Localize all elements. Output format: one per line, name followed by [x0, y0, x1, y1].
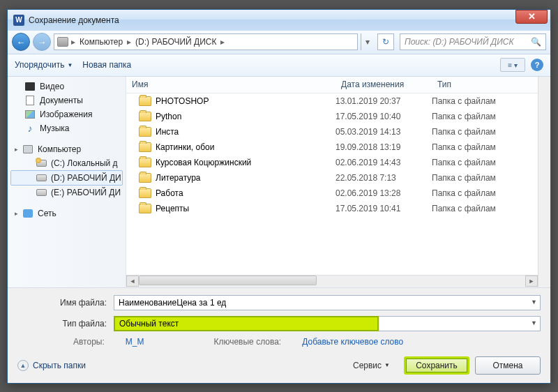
filename-row: Имя файла: НаименованиеЦена за 1 ед ▼ — [17, 295, 541, 310]
search-icon: 🔍 — [531, 37, 541, 47]
forward-button[interactable]: → — [33, 33, 51, 51]
sidebar-item-drive-e[interactable]: (E:) РАБОЧИЙ ДИ — [8, 186, 126, 199]
sidebar-item-music[interactable]: ♪Музыка — [8, 121, 126, 135]
filename-input[interactable]: НаименованиеЦена за 1 ед ▼ — [114, 295, 541, 310]
metadata-row: Авторы: M_M Ключевые слова: Добавьте клю… — [17, 337, 541, 347]
hide-folders-button[interactable]: ▲ Скрыть папки — [17, 360, 86, 371]
help-button[interactable]: ? — [531, 59, 543, 71]
sidebar-item-video[interactable]: Видео — [8, 80, 126, 93]
table-row[interactable]: Рецепты17.05.2019 10:41Папка с файлам — [126, 201, 538, 216]
breadcrumb-computer[interactable]: Компьютер — [78, 37, 124, 47]
sidebar-item-documents[interactable]: Документы — [8, 93, 126, 107]
filetype-label: Тип файла: — [17, 319, 114, 329]
scroll-left-button[interactable]: ◄ — [126, 276, 139, 287]
save-dialog-window: W Сохранение документа ✕ ← → ▸ Компьютер… — [7, 9, 551, 384]
drive-icon — [36, 160, 47, 167]
refresh-button[interactable]: ↻ — [377, 33, 394, 50]
video-icon — [25, 82, 35, 91]
authors-label: Авторы: — [73, 337, 105, 347]
cancel-button[interactable]: Отмена — [475, 356, 541, 375]
body: Видео Документы Изображения ♪Музыка ▸Ком… — [8, 77, 550, 287]
chevron-down-icon[interactable]: ▼ — [531, 319, 537, 326]
file-name: Рецепты — [156, 204, 189, 213]
table-row[interactable]: Python17.05.2019 10:40Папка с файлам — [126, 109, 538, 124]
file-name: Работа — [156, 188, 183, 198]
titlebar[interactable]: W Сохранение документа ✕ — [8, 10, 550, 31]
filetype-select-extension[interactable]: ▼ — [379, 316, 541, 331]
file-date: 22.05.2018 7:13 — [335, 173, 432, 183]
chevron-right-icon: ▸ — [220, 37, 225, 47]
table-row[interactable]: Картинки, обои19.09.2018 13:19Папка с фа… — [126, 140, 538, 155]
chevron-right-icon: ▸ — [15, 210, 18, 217]
breadcrumb-drive[interactable]: (D:) РАБОЧИЙ ДИСК — [134, 37, 218, 47]
chevron-down-icon[interactable]: ▼ — [531, 299, 537, 306]
tags-value[interactable]: Добавьте ключевое слово — [302, 337, 403, 347]
document-icon — [26, 96, 34, 105]
file-list[interactable]: PHOTOSHOP13.01.2019 20:37Папка с файламP… — [126, 93, 538, 275]
folder-icon — [139, 96, 151, 106]
vertical-scrollbar[interactable] — [538, 77, 550, 287]
save-button[interactable]: Сохранить — [404, 356, 469, 375]
search-placeholder: Поиск: (D:) РАБОЧИЙ ДИСК — [405, 37, 514, 47]
close-button[interactable]: ✕ — [515, 10, 548, 24]
file-type: Папка с файлам — [432, 188, 528, 198]
image-icon — [25, 110, 35, 119]
sidebar-item-images[interactable]: Изображения — [8, 107, 126, 121]
back-button[interactable]: ← — [12, 33, 30, 51]
file-type: Папка с файлам — [432, 158, 528, 167]
file-name: Курсовая Коцюржинский — [156, 158, 251, 167]
horizontal-scrollbar[interactable]: ◄ ► — [126, 275, 538, 287]
chevron-right-icon: ▸ — [15, 146, 18, 153]
sidebar-item-computer[interactable]: ▸Компьютер — [8, 142, 126, 156]
chevron-up-icon: ▲ — [17, 360, 29, 371]
breadcrumb[interactable]: ▸ Компьютер ▸ (D:) РАБОЧИЙ ДИСК ▸ — [54, 33, 358, 50]
sidebar-item-drive-d[interactable]: (D:) РАБОЧИЙ ДИ — [10, 170, 123, 186]
file-name: Литература — [156, 173, 201, 183]
filetype-select[interactable]: Обычный текст — [114, 316, 379, 331]
scroll-track[interactable] — [139, 276, 525, 287]
folder-icon — [139, 204, 151, 213]
folder-icon — [139, 158, 151, 167]
sidebar-item-network[interactable]: ▸Сеть — [8, 206, 126, 220]
table-row[interactable]: PHOTOSHOP13.01.2019 20:37Папка с файлам — [126, 93, 538, 109]
table-row[interactable]: Курсовая Коцюржинский02.06.2019 14:43Пап… — [126, 155, 538, 170]
file-date: 17.05.2019 10:40 — [335, 112, 432, 121]
folder-icon — [139, 188, 151, 198]
file-date: 19.09.2018 13:19 — [335, 142, 432, 152]
column-name[interactable]: Имя — [126, 80, 335, 89]
tags-label: Ключевые слова: — [213, 337, 281, 347]
folder-icon — [139, 142, 151, 152]
chevron-down-icon: ▼ — [67, 62, 73, 68]
column-type[interactable]: Тип — [432, 80, 528, 89]
scroll-right-button[interactable]: ► — [525, 276, 538, 287]
authors-value[interactable]: M_M — [126, 337, 144, 347]
window-title: Сохранение документа — [29, 15, 119, 25]
drive-icon — [36, 174, 47, 181]
network-icon — [23, 209, 33, 218]
actions-row: ▲ Скрыть папки Сервис ▼ Сохранить Отмена — [17, 356, 541, 375]
file-name: Инста — [156, 127, 179, 137]
scroll-thumb[interactable] — [139, 276, 317, 285]
table-row[interactable]: Работа02.06.2019 13:28Папка с файлам — [126, 186, 538, 201]
table-row[interactable]: Литература22.05.2018 7:13Папка с файлам — [126, 170, 538, 186]
computer-icon — [57, 37, 68, 47]
file-name: Картинки, обои — [156, 142, 214, 152]
toolbar: Упорядочить ▼ Новая папка ≡ ▾ ? — [8, 54, 550, 77]
file-date: 02.06.2019 14:43 — [335, 158, 432, 167]
sidebar-item-drive-c[interactable]: (C:) Локальный д — [8, 156, 126, 170]
table-row[interactable]: Инста05.03.2019 14:13Папка с файлам — [126, 124, 538, 140]
navbar: ← → ▸ Компьютер ▸ (D:) РАБОЧИЙ ДИСК ▸ ▾ … — [8, 31, 550, 54]
chevron-down-icon: ▼ — [384, 362, 390, 368]
sidebar: Видео Документы Изображения ♪Музыка ▸Ком… — [8, 77, 126, 287]
file-date: 17.05.2019 10:41 — [335, 204, 432, 213]
filename-label: Имя файла: — [17, 298, 114, 308]
search-input[interactable]: Поиск: (D:) РАБОЧИЙ ДИСК 🔍 — [400, 33, 546, 50]
service-button[interactable]: Сервис ▼ — [353, 361, 390, 370]
organize-button[interactable]: Упорядочить ▼ — [15, 60, 73, 70]
chevron-right-icon: ▸ — [71, 37, 75, 47]
file-type: Папка с файлам — [432, 173, 528, 183]
new-folder-button[interactable]: Новая папка — [82, 60, 131, 70]
column-date[interactable]: Дата изменения — [335, 80, 432, 89]
breadcrumb-dropdown[interactable]: ▾ — [361, 33, 373, 50]
view-mode-button[interactable]: ≡ ▾ — [500, 58, 525, 72]
